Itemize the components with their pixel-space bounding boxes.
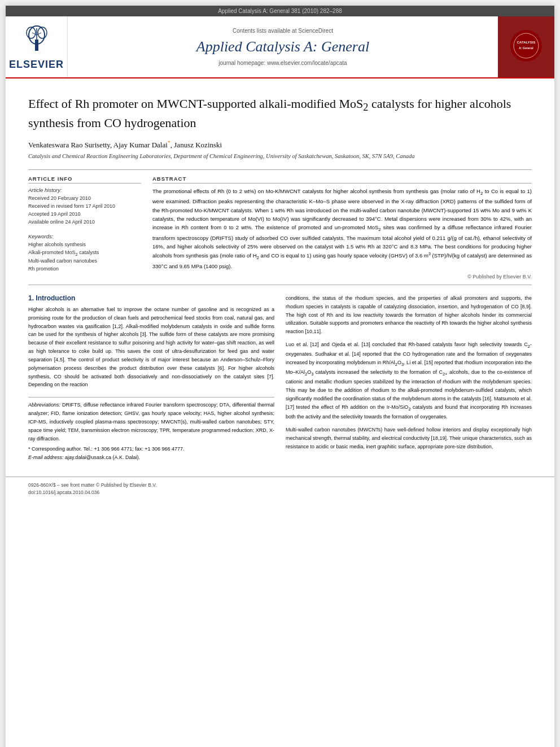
- keyword-2: Alkali-promoted MoS2 catalysts: [28, 249, 141, 257]
- intro-heading: 1. Introduction: [28, 294, 274, 302]
- intro-para-2: conditions, the status of the rhodium sp…: [286, 294, 532, 336]
- footnotes: Abbreviations: DRIFTS, diffuse reflectan…: [28, 397, 274, 462]
- catalysis-logo-icon: CATALYSIS A: General: [509, 29, 543, 63]
- keyword-3: Multi-walled carbon nanotubes: [28, 257, 141, 265]
- catalysis-badge-area: CATALYSIS A: General: [498, 16, 554, 77]
- authors: Venkateswara Rao Surisetty, Ajay Kumar D…: [28, 139, 532, 150]
- body-col-right: conditions, the status of the rhodium sp…: [286, 294, 532, 462]
- svg-point-7: [510, 30, 542, 62]
- divider-2: [28, 285, 532, 285]
- intro-para-1: Higher alcohols is an alternative fuel t…: [28, 305, 274, 389]
- copyright-line: © Published by Elsevier B.V.: [152, 274, 532, 279]
- body-section: 1. Introduction Higher alcohols is an al…: [28, 294, 532, 462]
- intro-para-3: Luo et al. [12] and Ojeda et al. [13] co…: [286, 340, 532, 421]
- catalysis-badge: CATALYSIS A: General: [505, 24, 548, 70]
- corresponding-author-note: * Corresponding author. Tel.: +1 306 966…: [28, 445, 274, 453]
- article-info-column: ARTICLE INFO Article history: Received 2…: [28, 176, 141, 280]
- intro-para-4: Multi-walled carbon nanotubes (MWCNTs) h…: [286, 426, 532, 451]
- journal-citation: Applied Catalysis A: General 381 (2010) …: [218, 8, 342, 14]
- email-note: E-mail address: ajay.dalai@usask.ca (A.K…: [28, 453, 274, 462]
- abstract-label: ABSTRACT: [152, 176, 532, 184]
- svg-text:A: General: A: General: [519, 46, 533, 50]
- divider: [28, 169, 532, 170]
- svg-line-6: [37, 33, 41, 35]
- footer-bar: 0926-860X/$ – see front matter © Publish…: [6, 477, 554, 501]
- body-col-left: 1. Introduction Higher alcohols is an al…: [28, 294, 274, 462]
- journal-page: Applied Catalysis A: General 381 (2010) …: [6, 6, 554, 747]
- article-title: Effect of Rh promoter on MWCNT-supported…: [28, 95, 532, 132]
- received-date: Received 20 February 2010: [28, 195, 141, 203]
- journal-header: ELSEVIER Contents lists available at Sci…: [6, 16, 554, 78]
- keyword-4: Rh promotion: [28, 265, 141, 273]
- info-abstract-columns: ARTICLE INFO Article history: Received 2…: [28, 176, 532, 280]
- svg-text:CATALYSIS: CATALYSIS: [517, 41, 536, 44]
- article-content: Effect of Rh promoter on MWCNT-supported…: [6, 78, 554, 473]
- elsevier-logo: ELSEVIER: [9, 23, 64, 72]
- corresponding-star: * Corresponding author. Tel.: +1 306 966…: [28, 446, 185, 452]
- abstract-text: The promotional effects of Rh (0 to 2 wt…: [152, 187, 532, 270]
- body-columns: 1. Introduction Higher alcohols is an al…: [28, 294, 532, 462]
- abbreviations-note: Abbreviations: DRIFTS, diffuse reflectan…: [28, 401, 274, 443]
- elsevier-tree-icon: [20, 23, 54, 56]
- article-history-section: Article history: Received 20 February 20…: [28, 187, 141, 226]
- journal-homepage: journal homepage: www.elsevier.com/locat…: [218, 60, 347, 66]
- contents-label: Contents lists available at ScienceDirec…: [233, 28, 333, 34]
- author-names: Venkateswara Rao Surisetty, Ajay Kumar D…: [28, 141, 222, 149]
- revised-date: Received in revised form 17 April 2010: [28, 203, 141, 211]
- elsevier-text: ELSEVIER: [9, 58, 64, 71]
- keywords-section: Keywords: Higher alcohols synthesis Alka…: [28, 233, 141, 273]
- journal-title-area: Contents lists available at ScienceDirec…: [68, 16, 498, 77]
- svg-line-5: [32, 33, 37, 35]
- history-label: Article history:: [28, 187, 141, 193]
- svg-rect-0: [35, 40, 38, 51]
- journal-title: Applied Catalysis A: General: [196, 38, 369, 55]
- available-online-date: Available online 24 April 2010: [28, 219, 141, 226]
- abstract-column: ABSTRACT The promotional effects of Rh (…: [152, 176, 532, 280]
- sciencedirect-line: Contents lists available at ScienceDirec…: [233, 28, 333, 34]
- doi-line: doi:10.1016/j.apcata.2010.04.036: [28, 489, 532, 496]
- affiliation: Catalysis and Chemical Reaction Engineer…: [28, 152, 532, 161]
- article-info-label: ARTICLE INFO: [28, 176, 141, 184]
- publisher-logo-area: ELSEVIER: [6, 16, 68, 77]
- keywords-label: Keywords:: [28, 233, 141, 239]
- top-bar: Applied Catalysis A: General 381 (2010) …: [6, 6, 554, 16]
- keyword-1: Higher alcohols synthesis: [28, 241, 141, 249]
- issn-line: 0926-860X/$ – see front matter © Publish…: [28, 482, 532, 489]
- accepted-date: Accepted 19 April 2010: [28, 211, 141, 219]
